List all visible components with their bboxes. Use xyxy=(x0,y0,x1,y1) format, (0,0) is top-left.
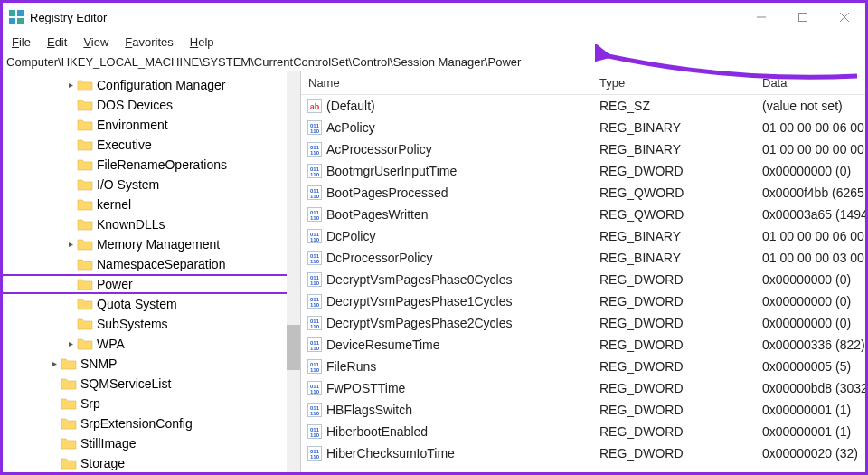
svg-text:110: 110 xyxy=(310,150,320,156)
value-row[interactable]: 011110DecryptVsmPagesPhase0CyclesREG_DWO… xyxy=(301,269,865,290)
menu-favorites[interactable]: Favorites xyxy=(125,35,173,49)
tree-item[interactable]: Environment xyxy=(3,115,300,135)
folder-icon xyxy=(77,119,93,131)
tree-item[interactable]: KnownDLLs xyxy=(3,214,300,234)
value-row[interactable]: 011110DecryptVsmPagesPhase2CyclesREG_DWO… xyxy=(301,312,865,334)
binary-value-icon: 011110 xyxy=(305,207,325,222)
menu-view[interactable]: View xyxy=(83,35,108,49)
tree-item-label: StillImage xyxy=(80,433,136,453)
svg-text:110: 110 xyxy=(310,194,320,199)
tree-item[interactable]: ▸SNMP xyxy=(3,354,300,374)
tree-item[interactable]: DOS Devices xyxy=(3,95,300,115)
value-type: REG_DWORD xyxy=(599,316,762,330)
binary-value-icon: 011110 xyxy=(305,251,325,265)
svg-text:110: 110 xyxy=(310,432,320,438)
tree-item[interactable]: ▸Memory Management xyxy=(3,234,300,254)
tree-item[interactable]: NamespaceSeparation xyxy=(3,254,300,274)
value-name: HiberbootEnabled xyxy=(326,424,599,439)
value-row[interactable]: 011110FileRunsREG_DWORD0x00000005 (5) xyxy=(301,356,865,377)
tree-item[interactable]: ▸WPA xyxy=(3,334,300,354)
tree-item[interactable]: Power xyxy=(3,274,300,294)
svg-text:110: 110 xyxy=(310,302,320,308)
tree-item-label: FileRenameOperations xyxy=(97,155,227,175)
menu-file[interactable]: File xyxy=(12,35,31,49)
value-row[interactable]: 011110HBFlagsSwitchREG_DWORD0x00000001 (… xyxy=(301,399,865,421)
tree-item[interactable]: ▸Configuration Manager xyxy=(3,75,300,95)
binary-value-icon: 011110 xyxy=(305,446,325,461)
value-name: BootmgrUserInputTime xyxy=(326,164,599,178)
tree-item[interactable]: Storage xyxy=(3,453,300,472)
value-row[interactable]: 011110FwPOSTTimeREG_DWORD0x00000bd8 (303… xyxy=(301,377,865,399)
tree-item-label: WPA xyxy=(97,334,125,354)
value-row[interactable]: ab(Default)REG_SZ(value not set) xyxy=(301,95,865,117)
value-name: BootPagesWritten xyxy=(326,207,599,222)
tree-item-label: SrpExtensionConfig xyxy=(80,413,193,433)
value-row[interactable]: 011110AcProcessorPolicyREG_BINARY01 00 0… xyxy=(301,138,865,160)
minimize-button[interactable] xyxy=(741,3,782,32)
menu-help[interactable]: Help xyxy=(190,35,214,49)
folder-icon xyxy=(61,377,77,390)
value-name: AcPolicy xyxy=(326,120,599,135)
value-row[interactable]: 011110BootPagesProcessedREG_QWORD0x0000f… xyxy=(301,182,865,204)
folder-icon xyxy=(77,158,93,171)
binary-value-icon: 011110 xyxy=(305,229,325,243)
maximize-button[interactable] xyxy=(782,3,824,32)
expand-icon[interactable]: ▸ xyxy=(64,334,77,354)
address-bar[interactable]: Computer\HKEY_LOCAL_MACHINE\SYSTEM\Curre… xyxy=(3,52,865,71)
value-data: 0x00000336 (822) xyxy=(762,337,865,352)
tree-item-label: DOS Devices xyxy=(97,95,173,115)
value-name: DcProcessorPolicy xyxy=(326,251,599,265)
tree-item[interactable]: SrpExtensionConfig xyxy=(3,413,300,433)
window-title: Registry Editor xyxy=(30,11,741,24)
value-list[interactable]: ab(Default)REG_SZ(value not set)011110Ac… xyxy=(301,95,865,472)
menu-edit[interactable]: Edit xyxy=(47,35,67,49)
folder-icon xyxy=(61,357,77,370)
tree-scrollbar-thumb[interactable] xyxy=(287,325,300,370)
value-row[interactable]: 011110DecryptVsmPagesPhase1CyclesREG_DWO… xyxy=(301,290,865,312)
close-button[interactable] xyxy=(824,3,865,32)
value-row[interactable]: 011110AcPolicyREG_BINARY01 00 00 00 06 0… xyxy=(301,117,865,138)
tree[interactable]: ▸Configuration ManagerDOS DevicesEnviron… xyxy=(3,75,300,472)
tree-panel: ▸Configuration ManagerDOS DevicesEnviron… xyxy=(3,71,301,472)
value-row[interactable]: 011110DcPolicyREG_BINARY01 00 00 00 06 0… xyxy=(301,225,865,247)
tree-item[interactable]: Executive xyxy=(3,135,300,155)
value-type: REG_BINARY xyxy=(599,229,762,243)
binary-value-icon: 011110 xyxy=(305,337,325,352)
content-area: ▸Configuration ManagerDOS DevicesEnviron… xyxy=(3,71,865,472)
value-name: DcPolicy xyxy=(326,229,599,243)
value-row[interactable]: 011110BootmgrUserInputTimeREG_DWORD0x000… xyxy=(301,160,865,182)
value-row[interactable]: 011110HiberChecksumIoTimeREG_DWORD0x0000… xyxy=(301,442,865,464)
tree-item[interactable]: FileRenameOperations xyxy=(3,155,300,175)
registry-editor-window: Registry Editor File Edit View Favorites… xyxy=(0,0,868,475)
value-type: REG_SZ xyxy=(599,99,762,113)
value-data: 01 00 00 00 06 00 0 xyxy=(762,229,865,243)
tree-item-label: KnownDLLs xyxy=(97,214,165,234)
tree-item[interactable]: I/O System xyxy=(3,175,300,195)
expand-icon[interactable]: ▸ xyxy=(48,354,61,374)
value-data: 01 00 00 00 03 00 0 xyxy=(762,251,865,265)
value-data: 0x00003a65 (14949 xyxy=(762,207,865,222)
svg-text:ab: ab xyxy=(310,102,320,111)
expand-icon[interactable]: ▸ xyxy=(64,234,77,254)
svg-text:110: 110 xyxy=(310,367,320,373)
tree-item[interactable]: StillImage xyxy=(3,433,300,453)
column-header-name[interactable]: Name xyxy=(301,76,599,90)
tree-item[interactable]: Quota System xyxy=(3,294,300,314)
column-header-type[interactable]: Type xyxy=(599,76,762,90)
address-text: Computer\HKEY_LOCAL_MACHINE\SYSTEM\Curre… xyxy=(6,55,521,69)
binary-value-icon: 011110 xyxy=(305,164,325,178)
value-row[interactable]: 011110DcProcessorPolicyREG_BINARY01 00 0… xyxy=(301,247,865,269)
tree-scrollbar-track[interactable] xyxy=(287,71,300,472)
tree-item[interactable]: SQMServiceList xyxy=(3,374,300,394)
value-row[interactable]: 011110DeviceResumeTimeREG_DWORD0x0000033… xyxy=(301,334,865,356)
expand-icon[interactable]: ▸ xyxy=(64,75,77,95)
value-row[interactable]: 011110HiberbootEnabledREG_DWORD0x0000000… xyxy=(301,421,865,442)
tree-item[interactable]: SubSystems xyxy=(3,314,300,334)
value-data: 0x00000001 (1) xyxy=(762,403,865,417)
binary-value-icon: 011110 xyxy=(305,185,325,200)
tree-item[interactable]: kernel xyxy=(3,195,300,214)
column-header-data[interactable]: Data xyxy=(762,76,865,90)
svg-text:110: 110 xyxy=(310,172,320,177)
value-row[interactable]: 011110BootPagesWrittenREG_QWORD0x00003a6… xyxy=(301,204,865,225)
tree-item[interactable]: Srp xyxy=(3,394,300,413)
